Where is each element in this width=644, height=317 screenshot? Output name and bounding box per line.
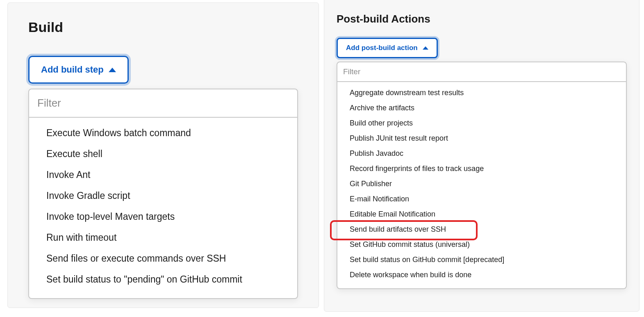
post-build-action-option[interactable]: Send build artifacts over SSH: [337, 222, 626, 237]
build-step-option[interactable]: Execute shell: [29, 144, 297, 164]
post-build-action-option[interactable]: Publish Javadoc: [337, 146, 626, 161]
build-section-panel: Build Add build step Execute Windows bat…: [7, 2, 319, 308]
build-step-filter-input[interactable]: [29, 89, 297, 118]
build-section-title: Build: [28, 19, 298, 35]
post-build-filter-input[interactable]: [337, 62, 626, 82]
post-build-action-option[interactable]: Archive the artifacts: [337, 100, 626, 116]
post-build-action-menu: Aggregate downstream test resultsArchive…: [337, 82, 626, 288]
post-build-section-title: Post-build Actions: [337, 13, 627, 25]
post-build-action-option[interactable]: E-mail Notification: [337, 192, 626, 207]
build-step-option[interactable]: Set build status to "pending" on GitHub …: [29, 269, 297, 290]
build-step-option[interactable]: Run with timeout: [29, 227, 297, 248]
build-step-menu: Execute Windows batch commandExecute she…: [29, 118, 297, 298]
caret-up-icon: [423, 46, 428, 50]
post-build-action-option[interactable]: Set GitHub commit status (universal): [337, 237, 626, 252]
post-build-action-option[interactable]: Delete workspace when build is done: [337, 267, 626, 283]
post-build-action-dropdown: Aggregate downstream test resultsArchive…: [337, 62, 627, 289]
post-build-action-option[interactable]: Record fingerprints of files to track us…: [337, 161, 626, 176]
post-build-action-option[interactable]: Set build status on GitHub commit [depre…: [337, 252, 626, 267]
caret-up-icon: [109, 68, 116, 72]
post-build-action-option[interactable]: Aggregate downstream test results: [337, 85, 626, 100]
add-post-build-action-button[interactable]: Add post-build action: [337, 38, 438, 58]
build-step-option[interactable]: Invoke Ant: [29, 164, 297, 185]
post-build-action-option[interactable]: Git Publisher: [337, 176, 626, 192]
post-build-action-option[interactable]: Editable Email Notification: [337, 207, 626, 222]
build-step-option[interactable]: Invoke Gradle script: [29, 185, 297, 206]
add-build-step-button[interactable]: Add build step: [28, 56, 129, 84]
build-step-dropdown: Execute Windows batch commandExecute she…: [28, 89, 298, 299]
post-build-action-option[interactable]: Build other projects: [337, 116, 626, 131]
build-step-option[interactable]: Invoke top-level Maven targets: [29, 206, 297, 227]
post-build-section-panel: Post-build Actions Add post-build action…: [324, 0, 639, 312]
build-step-option[interactable]: Send files or execute commands over SSH: [29, 248, 297, 269]
add-build-step-label: Add build step: [41, 64, 104, 75]
build-step-option[interactable]: Execute Windows batch command: [29, 123, 297, 144]
add-post-build-action-label: Add post-build action: [346, 44, 418, 52]
post-build-action-option[interactable]: Publish JUnit test result report: [337, 131, 626, 146]
